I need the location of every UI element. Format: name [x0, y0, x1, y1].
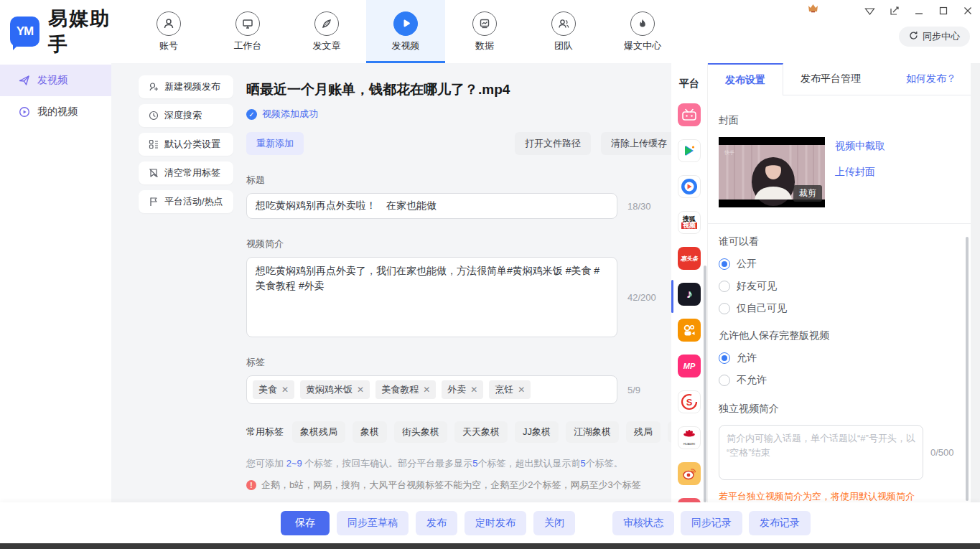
deep-search-button[interactable]: 深度搜索: [139, 104, 233, 127]
sidebar-item-publish-video[interactable]: 发视频: [0, 65, 111, 96]
visibility-option-public[interactable]: 公开: [719, 258, 960, 271]
allow-save-option-deny[interactable]: 不允许: [719, 374, 960, 387]
common-tag-chip[interactable]: 街头象棋: [394, 421, 447, 443]
remove-tag-icon[interactable]: ✕: [357, 385, 364, 395]
readd-video-button[interactable]: 重新添加: [246, 132, 304, 155]
platform-icon-bilibili[interactable]: [678, 103, 701, 126]
promo-crown-icon[interactable]: [808, 4, 818, 15]
capture-from-video-link[interactable]: 视频中截取: [835, 140, 885, 153]
hint-text: 个标签，超出默认显示前: [478, 458, 581, 469]
close-icon[interactable]: [963, 6, 973, 16]
sync-center-button[interactable]: 同步中心: [899, 27, 970, 47]
sync-records-button[interactable]: 同步记录: [681, 511, 742, 535]
save-button[interactable]: 保存: [281, 511, 330, 535]
clear-common-tags-button[interactable]: 清空常用标签: [139, 161, 233, 184]
platform-icon-tencent-video[interactable]: [678, 139, 701, 162]
nav-item-workbench[interactable]: 工作台: [208, 0, 287, 63]
schedule-publish-button[interactable]: 定时发布: [465, 511, 526, 535]
sync-draft-button[interactable]: 同步至草稿: [337, 511, 409, 535]
section-divider: [708, 223, 971, 224]
platform-icon-weibo[interactable]: [678, 462, 701, 485]
how-to-publish-link[interactable]: 如何发布？: [906, 63, 971, 95]
platform-activity-button[interactable]: 平台活动/热点: [139, 190, 233, 213]
publish-records-button[interactable]: 发布记录: [749, 511, 811, 535]
default-category-button[interactable]: 默认分类设置: [139, 133, 233, 156]
visibility-option-friends[interactable]: 好友可见: [719, 280, 960, 293]
flame-icon: [630, 11, 655, 36]
tag-chip[interactable]: 美食教程✕: [375, 380, 436, 399]
platform-rail-label: 平台: [671, 78, 707, 90]
clear-upload-cache-button[interactable]: 清除上传缓存: [601, 132, 677, 155]
title-input-row: 18/30: [246, 193, 677, 219]
svg-text:S: S: [686, 397, 693, 408]
radio-icon[interactable]: [719, 303, 730, 314]
independent-desc-counter: 0/500: [930, 447, 954, 458]
send-plane-icon: [19, 75, 30, 86]
common-tag-chip[interactable]: 江湖象棋: [566, 421, 619, 443]
tag-chip[interactable]: 美食✕: [253, 380, 294, 399]
platform-icon-sogou[interactable]: S: [678, 390, 701, 413]
common-tag-chip[interactable]: 象棋残局: [292, 421, 345, 443]
tag-chip[interactable]: 烹饪✕: [489, 380, 531, 399]
nav-item-hot-center[interactable]: 爆文中心: [603, 0, 682, 63]
nav-item-publish-article[interactable]: 发文章: [287, 0, 366, 63]
platform-icon-meipai[interactable]: MP: [678, 355, 701, 377]
nav-item-team[interactable]: 团队: [524, 0, 603, 63]
platform-icon-douyin[interactable]: ♪: [678, 283, 701, 306]
nav-label: 发文章: [313, 39, 341, 52]
publish-panel-scrollbar[interactable]: [966, 237, 969, 501]
tag-chip[interactable]: 外卖✕: [442, 380, 483, 399]
app-logo-icon: YM: [10, 17, 39, 47]
right-gutter: [971, 63, 980, 502]
nav-item-data[interactable]: 数据: [445, 0, 524, 63]
remove-tag-icon[interactable]: ✕: [281, 385, 289, 395]
nav-item-publish-video[interactable]: 发视频: [366, 0, 445, 63]
platform-rail-scrollbar[interactable]: [704, 266, 706, 502]
desc-textarea[interactable]: 想吃黄焖鸡别再点外卖了，我们在家也能做，方法很简单#黄焖鸡米饭 #美食 #美食教…: [246, 257, 617, 337]
publish-button[interactable]: 发布: [416, 511, 457, 535]
radio-icon[interactable]: [719, 281, 730, 292]
platform-icon-haokan-video[interactable]: [678, 175, 701, 198]
nav-item-account[interactable]: 账号: [129, 0, 208, 63]
remove-tag-icon[interactable]: ✕: [470, 385, 477, 395]
feedback-edit-icon[interactable]: [890, 6, 900, 16]
common-tag-chip[interactable]: JJ象棋: [515, 421, 559, 443]
title-input[interactable]: [246, 193, 617, 219]
cover-row: 快手 裁剪 视频中截取 上传封面: [719, 137, 960, 207]
tag-chip[interactable]: 黄焖鸡米饭✕: [300, 380, 370, 399]
open-file-path-button[interactable]: 打开文件路径: [515, 132, 591, 155]
platform-icon-sohu-video[interactable]: 搜狐视频: [678, 211, 701, 234]
common-tag-chip[interactable]: 天天象棋: [454, 421, 508, 443]
radio-selected-icon[interactable]: [719, 352, 730, 364]
cover-thumbnail[interactable]: 快手 裁剪: [719, 137, 825, 207]
platform-icon-huawei[interactable]: HUAWEI: [678, 426, 701, 449]
radio-selected-icon[interactable]: [719, 258, 730, 270]
platform-icon-huitoutiao[interactable]: 惠头条: [678, 247, 701, 270]
tab-platform-management[interactable]: 发布平台管理: [783, 63, 878, 95]
nav-label: 工作台: [234, 39, 262, 52]
maximize-icon[interactable]: [938, 6, 948, 16]
upload-cover-link[interactable]: 上传封面: [835, 166, 885, 179]
independent-desc-textarea[interactable]: [719, 425, 923, 480]
new-video-publish-button[interactable]: 新建视频发布: [139, 75, 233, 98]
visibility-option-private[interactable]: 仅自己可见: [719, 302, 960, 315]
svg-text:快手: 快手: [724, 150, 734, 155]
remove-tag-icon[interactable]: ✕: [423, 385, 430, 395]
common-tag-chip[interactable]: 残局: [626, 421, 661, 443]
close-button[interactable]: 关闭: [533, 511, 575, 535]
platform-icon-kuaishou[interactable]: [678, 319, 701, 342]
review-status-button[interactable]: 审核状态: [612, 511, 674, 535]
tag-label: 黄焖鸡米饭: [306, 383, 353, 396]
minimize-icon[interactable]: [914, 6, 924, 16]
crop-button[interactable]: 裁剪: [793, 185, 822, 202]
sidebar-item-my-videos[interactable]: 我的视频: [0, 96, 111, 128]
allow-save-option-allow[interactable]: 允许: [719, 352, 960, 365]
common-tag-chip[interactable]: 象棋: [353, 421, 387, 443]
tags-input[interactable]: 美食✕ 黄焖鸡米饭✕ 美食教程✕ 外卖✕ 烹饪✕: [246, 375, 617, 404]
radio-icon[interactable]: [719, 375, 730, 386]
team-icon: [551, 11, 576, 36]
app-title: 易媒助手: [48, 6, 129, 57]
dropdown-arrow-icon[interactable]: [864, 6, 875, 16]
tab-publish-settings[interactable]: 发布设置: [708, 63, 783, 95]
remove-tag-icon[interactable]: ✕: [518, 385, 525, 395]
